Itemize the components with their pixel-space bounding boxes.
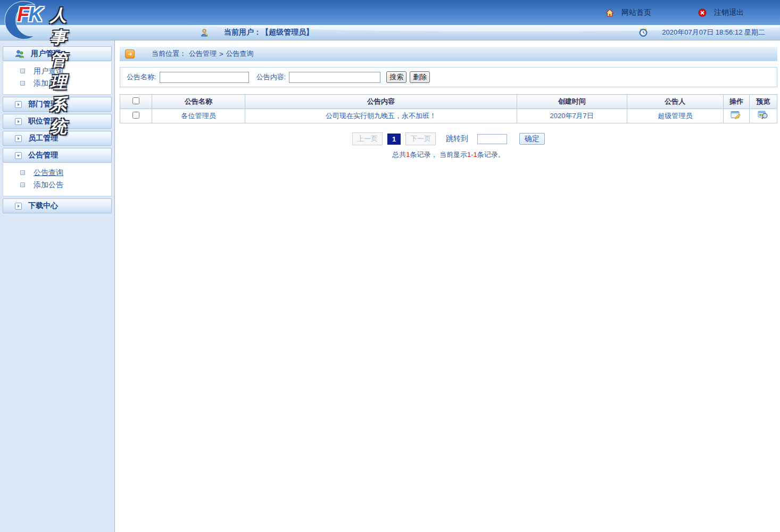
col-header-created: 创建时间 (517, 95, 627, 109)
menu-group-download: 下载中心 (3, 198, 112, 213)
expand-icon (15, 101, 22, 108)
notice-content-label: 公告内容: (256, 72, 286, 82)
group-label: 公告管理 (28, 151, 58, 160)
collapse-icon (15, 152, 22, 159)
user-icon (200, 28, 209, 37)
app-logo: FK 人事管理系统 (2, 0, 44, 40)
content-area: 用户管理 用户查询 添加用户 部门管理 (0, 40, 780, 532)
main-panel: ➜ 当前位置： 公告管理 > 公告查询 公告名称: 公告内容: 搜索 删除 公告… (115, 40, 780, 532)
sidebar-item-add-notice[interactable]: 添加公告 (3, 179, 111, 191)
breadcrumb-text: 当前位置： 公告管理 > 公告查询 (152, 49, 254, 59)
edit-icon[interactable] (731, 111, 742, 120)
notice-name-label: 公告名称: (127, 72, 156, 82)
bullet-icon (20, 81, 25, 86)
col-header-content: 公告内容 (245, 95, 517, 109)
logo-initials: FK (17, 3, 42, 26)
expand-icon (15, 203, 22, 210)
sidebar-item-notice-query[interactable]: 公告查询 (3, 167, 111, 179)
sidebar-item-label[interactable]: 添加公告 (34, 180, 63, 190)
row-checkbox[interactable] (132, 112, 139, 119)
datetime-info: 2020年07月07日 18:56:12 星期二 (638, 28, 780, 37)
cell-notice-content: 公司现在实行朝九晚五，永不加班！ (245, 109, 517, 123)
datetime-text: 2020年07月07日 18:56:12 星期二 (662, 28, 765, 37)
col-header-action: 操作 (723, 95, 749, 109)
preview-icon[interactable] (758, 111, 769, 120)
cell-publisher: 超级管理员 (627, 109, 723, 123)
col-header-name: 公告名称 (152, 95, 245, 109)
logout-link[interactable]: 注销退出 (714, 8, 744, 18)
current-page-button[interactable]: 1 (387, 134, 401, 145)
breadcrumb-parent-link[interactable]: 公告管理 (189, 49, 217, 59)
home-link[interactable]: 网站首页 (621, 8, 651, 18)
app-header: 网站首页 注销退出 当前用户：【超级管理员】 2020年07月07日 18:56… (0, 0, 780, 40)
users-icon (15, 49, 24, 58)
summary-range: 1-1 (467, 151, 477, 159)
next-page-button[interactable]: 下一页 (405, 132, 436, 145)
delete-button[interactable]: 删除 (410, 71, 430, 83)
expand-icon (15, 135, 22, 142)
breadcrumb-current-link[interactable]: 公告查询 (226, 49, 254, 59)
breadcrumb-label: 当前位置： (152, 49, 186, 59)
breadcrumb: ➜ 当前位置： 公告管理 > 公告查询 (120, 47, 777, 61)
notice-table: 公告名称 公告内容 创建时间 公告人 操作 预览 各位管理员 公司现在实行朝九晚… (120, 94, 777, 123)
clock-icon (638, 28, 648, 37)
summary-part3: 条记录。 (477, 151, 505, 159)
cell-created-time: 2020年7月7日 (517, 109, 627, 123)
pagination: 上一页 1 下一页 跳转到 确定 (120, 132, 777, 145)
table-row: 各位管理员 公司现在实行朝九晚五，永不加班！ 2020年7月7日 超级管理员 (120, 109, 777, 123)
table-header-row: 公告名称 公告内容 创建时间 公告人 操作 预览 (120, 95, 777, 109)
header-top-band: 网站首页 注销退出 (0, 0, 780, 25)
group-label: 下载中心 (28, 201, 58, 211)
home-icon (605, 9, 614, 17)
bullet-icon (20, 170, 25, 175)
top-navigation: 网站首页 注销退出 (605, 0, 780, 25)
menu-group-notice: 公告管理 公告查询 添加公告 (3, 148, 112, 196)
current-user-info: 当前用户：【超级管理员】 (0, 28, 638, 37)
search-panel: 公告名称: 公告内容: 搜索 删除 (120, 67, 777, 87)
breadcrumb-separator: > (219, 50, 223, 58)
jump-to-label: 跳转到 (446, 134, 468, 144)
select-all-checkbox[interactable] (132, 97, 139, 104)
breadcrumb-arrow-icon: ➜ (125, 49, 135, 59)
bullet-icon (20, 69, 25, 73)
record-summary: 总共1条记录， 当前显示1-1条记录。 (120, 150, 777, 160)
sidebar-item-label[interactable]: 公告查询 (34, 168, 63, 178)
search-button[interactable]: 搜索 (386, 71, 406, 83)
submenu-notice: 公告查询 添加公告 (3, 163, 112, 196)
prev-page-button[interactable]: 上一页 (352, 132, 383, 145)
app-title: 人事管理系统 (50, 4, 69, 138)
sidebar-group-notice-mgmt[interactable]: 公告管理 (3, 148, 112, 163)
current-user-label: 当前用户：【超级管理员】 (224, 28, 313, 37)
header-sub-band: 当前用户：【超级管理员】 2020年07月07日 18:56:12 星期二 (0, 25, 780, 40)
summary-part1: 总共 (392, 151, 406, 159)
summary-part2: 条记录， 当前显示 (410, 151, 467, 159)
notice-content-input[interactable] (289, 72, 380, 83)
expand-icon (15, 118, 22, 125)
notice-name-input[interactable] (160, 72, 249, 83)
col-header-preview: 预览 (749, 95, 777, 109)
logout-icon (698, 9, 707, 17)
bullet-icon (20, 182, 25, 187)
col-header-publisher: 公告人 (627, 95, 723, 109)
confirm-button[interactable]: 确定 (519, 133, 545, 145)
jump-page-input[interactable] (477, 134, 507, 144)
cell-notice-name: 各位管理员 (152, 109, 245, 123)
sidebar-group-download-center[interactable]: 下载中心 (3, 198, 112, 213)
